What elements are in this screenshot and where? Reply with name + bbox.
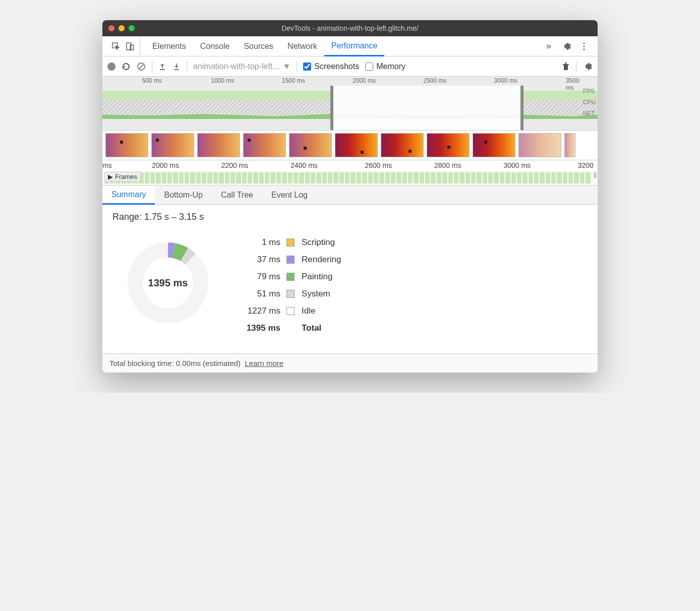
screenshot-thumb[interactable] — [243, 133, 286, 157]
summary-panel: Range: 1.75 s – 3.15 s 1395 ms 1 msScrip… — [102, 205, 598, 353]
screenshot-thumb[interactable] — [151, 133, 194, 157]
kebab-menu-icon[interactable] — [579, 42, 589, 51]
detail-tab-bottom-up[interactable]: Bottom-Up — [155, 186, 211, 204]
screenshot-thumb[interactable] — [427, 133, 470, 157]
record-button[interactable] — [107, 63, 115, 71]
screenshot-thumb[interactable] — [518, 133, 561, 157]
frames-label: Frames — [115, 173, 137, 180]
settings-icon[interactable] — [561, 41, 571, 51]
minimize-window-button[interactable] — [119, 25, 125, 31]
screenshots-label: Screenshots — [314, 62, 359, 71]
flame-tick: 2800 ms — [434, 161, 461, 169]
cpu-label: CPU — [583, 97, 596, 108]
dropdown-icon: ▼ — [282, 62, 290, 71]
main-tab-sources[interactable]: Sources — [237, 36, 280, 56]
footer-bar: Total blocking time: 0.00ms (estimated) … — [102, 353, 598, 373]
screenshot-thumb[interactable] — [473, 133, 515, 157]
screenshot-thumb[interactable] — [197, 133, 240, 157]
window-title: DevTools - animation-with-top-left.glitc… — [102, 24, 598, 32]
overview-selection[interactable] — [330, 86, 523, 130]
legend-row-rendering: 37 msRendering — [244, 255, 341, 265]
legend-swatch — [286, 290, 295, 298]
triangle-right-icon: ▶ — [108, 173, 113, 180]
legend-name: Scripting — [302, 237, 335, 248]
legend-row-scripting: 1 msScripting — [244, 237, 341, 248]
summary-legend: 1 msScripting37 msRendering79 msPainting… — [244, 237, 341, 333]
overview-labels: FPS CPU NET — [583, 86, 596, 130]
legend-name: System — [302, 289, 330, 299]
legend-time: 51 ms — [244, 289, 286, 299]
donut-total: 1395 ms — [123, 237, 213, 328]
flame-tick: 2200 ms — [221, 161, 249, 169]
flame-tick: 2400 ms — [290, 161, 318, 169]
legend-time: 1 ms — [244, 237, 286, 248]
main-tab-bar: ElementsConsoleSourcesNetworkPerformance… — [102, 36, 598, 56]
clear-button[interactable] — [137, 62, 146, 71]
garbage-collect-icon[interactable] — [562, 62, 570, 71]
scrollbar-thumb[interactable] — [594, 172, 597, 178]
filmstrip[interactable] — [102, 131, 598, 160]
download-profile-button[interactable] — [172, 63, 181, 71]
detail-tab-bar: SummaryBottom-UpCall TreeEvent Log — [102, 186, 598, 205]
learn-more-link[interactable]: Learn more — [245, 359, 283, 368]
flame-tick: 2000 ms — [152, 161, 179, 169]
titlebar[interactable]: DevTools - animation-with-top-left.glitc… — [102, 20, 598, 36]
traffic-lights — [108, 25, 135, 31]
upload-profile-button[interactable] — [158, 63, 166, 71]
legend-row-system: 51 msSystem — [244, 289, 341, 299]
screenshots-checkbox[interactable]: Screenshots — [303, 62, 359, 71]
range-label: Range: 1.75 s – 3.15 s — [112, 212, 588, 222]
legend-swatch — [286, 256, 295, 264]
screenshot-thumb[interactable] — [335, 133, 378, 157]
svg-point-3 — [583, 42, 585, 44]
memory-label: Memory — [376, 62, 405, 71]
main-tab-network[interactable]: Network — [280, 36, 324, 56]
performance-toolbar: animation-with-top-left… ▼ Screenshots M… — [102, 56, 598, 77]
overview-tick: 500 ms — [142, 77, 162, 84]
svg-point-4 — [583, 45, 585, 47]
legend-time: 79 ms — [244, 272, 286, 282]
legend-swatch — [286, 273, 295, 281]
capture-settings-icon[interactable] — [582, 62, 593, 72]
overview-tick: 1500 ms — [282, 77, 305, 84]
flame-chart[interactable]: ms2000 ms2200 ms2400 ms2600 ms2800 ms300… — [102, 160, 598, 186]
legend-name: Idle — [302, 306, 315, 316]
frames-expand-button[interactable]: ▶ Frames — [104, 172, 141, 181]
main-tab-performance[interactable]: Performance — [324, 37, 385, 56]
profile-selector[interactable]: animation-with-top-left… ▼ — [193, 62, 290, 71]
detail-tab-event-log[interactable]: Event Log — [262, 186, 317, 204]
screenshot-thumb[interactable] — [381, 133, 424, 157]
maximize-window-button[interactable] — [129, 25, 135, 31]
device-toolbar-icon[interactable] — [126, 42, 135, 51]
screenshot-thumb[interactable] — [564, 133, 575, 157]
legend-time: 1227 ms — [244, 306, 286, 316]
inspect-element-icon[interactable] — [111, 42, 121, 51]
overview-tick: 1000 ms — [211, 77, 234, 84]
flame-tick: 3200 — [578, 161, 594, 169]
legend-row-total: 1395 msTotal — [244, 323, 341, 333]
reload-record-button[interactable] — [122, 62, 131, 71]
main-tab-console[interactable]: Console — [193, 36, 237, 56]
flame-tick: ms — [102, 161, 112, 169]
screenshot-thumb[interactable] — [289, 133, 332, 157]
net-label: NET — [583, 108, 596, 119]
overview-tick: 2000 ms — [353, 77, 376, 84]
svg-point-5 — [583, 48, 585, 50]
more-tabs-button[interactable]: » — [541, 41, 556, 51]
total-blocking-time-label: Total blocking time: 0.00ms (estimated) — [109, 359, 241, 368]
legend-swatch — [286, 307, 295, 315]
flame-tick: 3000 ms — [503, 161, 531, 169]
fps-label: FPS — [583, 86, 596, 97]
detail-tab-call-tree[interactable]: Call Tree — [212, 186, 262, 204]
main-tab-elements[interactable]: Elements — [145, 36, 193, 56]
close-window-button[interactable] — [108, 25, 114, 31]
svg-rect-2 — [130, 45, 134, 50]
legend-swatch — [286, 238, 295, 247]
overview-tick: 3000 ms — [494, 77, 517, 84]
flame-tick: 2600 ms — [365, 161, 392, 169]
overview-timeline[interactable]: 500 ms1000 ms1500 ms2000 ms2500 ms3000 m… — [102, 77, 598, 131]
screenshot-thumb[interactable] — [105, 133, 148, 157]
memory-checkbox[interactable]: Memory — [365, 62, 405, 71]
detail-tab-summary[interactable]: Summary — [102, 186, 155, 205]
legend-row-idle: 1227 msIdle — [244, 306, 341, 316]
